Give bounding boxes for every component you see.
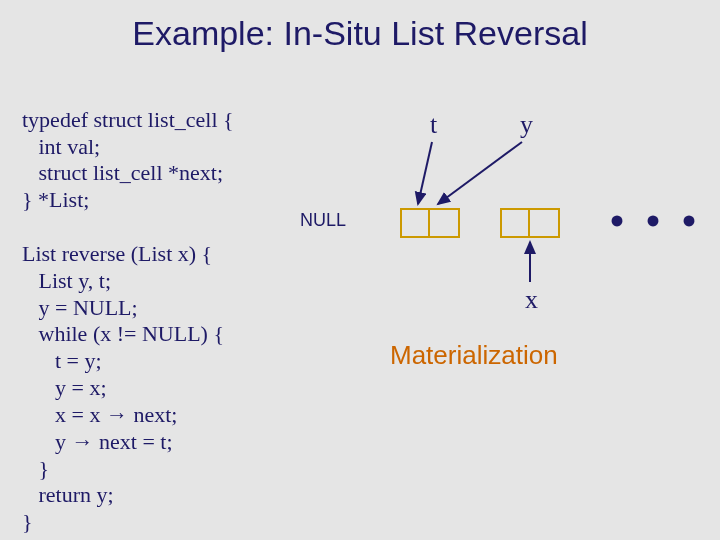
- typedef-l1: typedef struct list_cell {: [22, 107, 234, 132]
- typedef-l3: struct list_cell *next;: [22, 160, 223, 185]
- func-l11: }: [22, 509, 33, 534]
- func-l6: y = x;: [22, 375, 107, 400]
- func-l8: y → next = t;: [22, 429, 173, 454]
- func-l9: }: [22, 456, 49, 481]
- diagram-area: t y NULL • • • x Materialization: [300, 90, 720, 430]
- func-l1: List reverse (List x) {: [22, 241, 212, 266]
- code-block: typedef struct list_cell { int val; stru…: [22, 80, 234, 536]
- typedef-l2: int val;: [22, 134, 100, 159]
- slide-title: Example: In-Situ List Reversal: [0, 0, 720, 53]
- func-l5: t = y;: [22, 348, 102, 373]
- arrow-y-to-cell1: [438, 142, 522, 204]
- func-l2: List y, t;: [22, 268, 111, 293]
- typedef-l4: } *List;: [22, 187, 89, 212]
- arrow-t-to-cell1: [418, 142, 432, 204]
- arrow-overlay: [300, 90, 720, 430]
- func-l7: x = x → next;: [22, 402, 177, 427]
- func-l4: while (x != NULL) {: [22, 321, 224, 346]
- func-l3: y = NULL;: [22, 295, 138, 320]
- func-l10: return y;: [22, 482, 114, 507]
